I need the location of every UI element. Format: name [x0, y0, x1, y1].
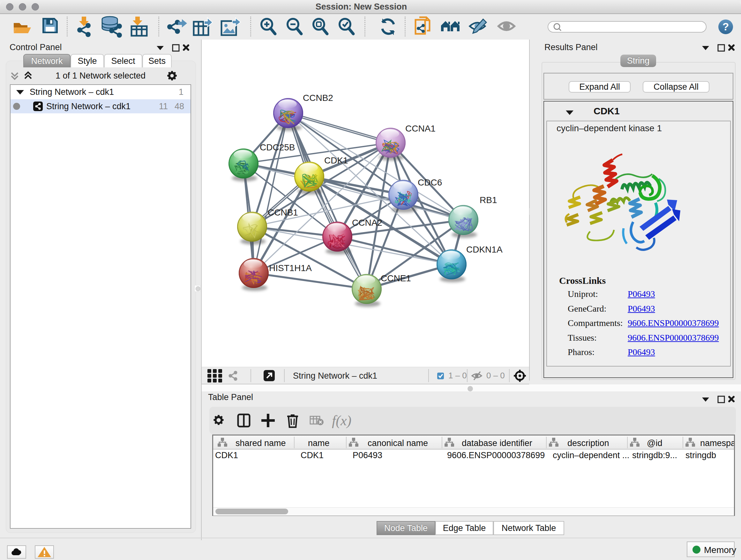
svg-text:CDKN1A: CDKN1A [466, 245, 502, 254]
svg-text:1 – 0: 1 – 0 [448, 371, 467, 380]
svg-text:description: description [567, 438, 609, 448]
svg-text:CDK1: CDK1 [324, 155, 348, 165]
svg-text:f(x): f(x) [332, 413, 351, 428]
svg-text:HIST1H1A: HIST1H1A [269, 263, 312, 273]
svg-text:CDC6: CDC6 [418, 178, 442, 187]
svg-text:canonical name: canonical name [367, 438, 428, 448]
svg-text:CCNA2: CCNA2 [352, 218, 382, 228]
svg-text:CDC25B: CDC25B [260, 142, 295, 152]
svg-text:CCNB2: CCNB2 [303, 93, 333, 103]
svg-text:String Network – cdk1: String Network – cdk1 [293, 371, 377, 381]
svg-text:name: name [308, 438, 330, 448]
svg-text:CCNE1: CCNE1 [381, 273, 411, 283]
svg-text:namespac: namespac [700, 438, 734, 448]
svg-text:@id: @id [647, 438, 662, 448]
svg-text:CCNB1: CCNB1 [268, 207, 298, 217]
svg-text:0 – 0: 0 – 0 [486, 371, 505, 380]
svg-text:shared name: shared name [235, 438, 286, 448]
svg-text:CCNA1: CCNA1 [405, 124, 435, 133]
svg-text:RB1: RB1 [480, 195, 497, 205]
svg-text:database identifier: database identifier [462, 438, 532, 448]
